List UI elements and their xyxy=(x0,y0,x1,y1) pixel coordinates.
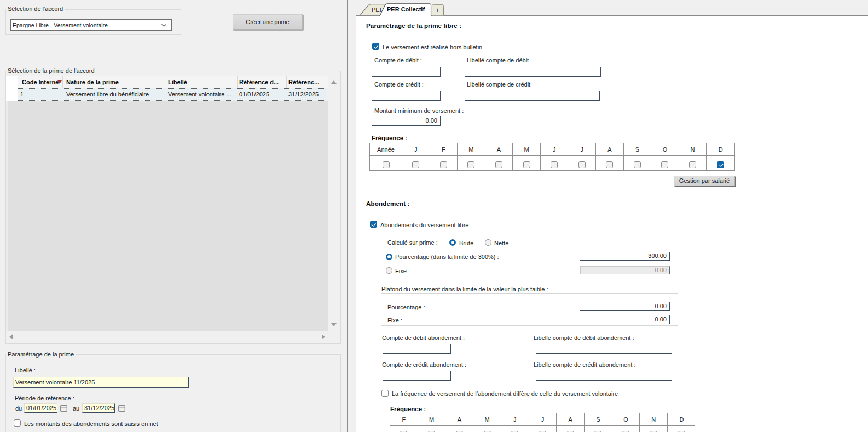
svg-text:+: + xyxy=(436,7,439,14)
svg-text:PER Collectif: PER Collectif xyxy=(387,6,425,13)
